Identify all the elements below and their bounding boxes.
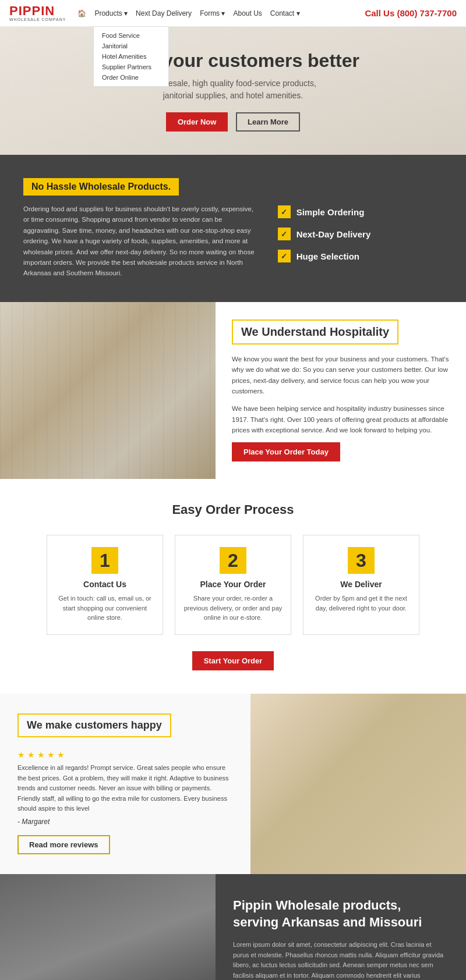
dropdown-hotel-amenities[interactable]: Hotel Amenities bbox=[94, 51, 168, 62]
logo[interactable]: PIPPIN WHOLESALE COMPANY bbox=[9, 5, 66, 22]
check-label-3: Huge Selection bbox=[296, 251, 359, 261]
team-content: Pippin Wholesale products, serving Arkan… bbox=[216, 874, 466, 980]
check-label-1: Simple Ordering bbox=[296, 207, 365, 217]
stars: ★ ★ ★ ★ ★ bbox=[17, 747, 233, 763]
steps-container: 1 Contact Us Get in touch: call us, emai… bbox=[17, 535, 449, 635]
nav-forms[interactable]: Forms ▾ bbox=[200, 9, 225, 17]
dropdown-janitorial[interactable]: Janitorial bbox=[94, 41, 168, 51]
nav-phone[interactable]: Call Us (800) 737-7700 bbox=[365, 8, 457, 18]
nav-contact[interactable]: Contact ▾ bbox=[270, 9, 300, 17]
hero-section: Serve your customers better Wholesale, h… bbox=[0, 27, 466, 155]
nav-next-day[interactable]: Next Day Delivery bbox=[136, 9, 192, 17]
hospitality-title: We Understand Hospitality bbox=[232, 319, 398, 345]
step-1: 1 Contact Us Get in touch: call us, emai… bbox=[47, 535, 163, 635]
step-3-num: 3 bbox=[348, 547, 375, 574]
order-now-button[interactable]: Order Now bbox=[166, 112, 228, 132]
dropdown-supplier-partners[interactable]: Supplier Partners bbox=[94, 62, 168, 72]
dark-right: ✓ Simple Ordering ✓ Next-Day Delivery ✓ … bbox=[278, 178, 443, 279]
order-process-title: Easy Order Process bbox=[17, 502, 449, 517]
hospitality-content: We Understand Hospitality We know you wa… bbox=[216, 302, 466, 480]
hospitality-p2: We have been helping service and hospita… bbox=[232, 403, 450, 435]
team-section: Pippin Wholesale products, serving Arkan… bbox=[0, 874, 466, 980]
nav-links: 🏠 Products ▾ Next Day Delivery Forms ▾ A… bbox=[77, 9, 299, 17]
start-order-button[interactable]: Start Your Order bbox=[192, 651, 274, 670]
logo-main: PIPPIN bbox=[9, 5, 66, 17]
dark-body: Ordering food and supplies for business … bbox=[23, 204, 255, 279]
read-reviews-button[interactable]: Read more reviews bbox=[17, 835, 110, 854]
check-next-day: ✓ Next-Day Delivery bbox=[278, 228, 443, 240]
step-2-desc: Share your order, re-order a previous de… bbox=[183, 594, 283, 623]
step-1-heading: Contact Us bbox=[55, 580, 154, 589]
hospitality-image bbox=[0, 302, 216, 480]
happy-image bbox=[250, 694, 466, 874]
dark-title: No Hassle Wholesale Products. bbox=[23, 178, 179, 196]
step-1-desc: Get in touch: call us, email us, or star… bbox=[55, 594, 154, 623]
check-icon-1: ✓ bbox=[278, 205, 291, 218]
hospitality-section: We Understand Hospitality We know you wa… bbox=[0, 302, 466, 480]
step-2-heading: Place Your Order bbox=[183, 580, 283, 589]
happy-quote: Excellence in all regards! Prompt servic… bbox=[17, 763, 233, 814]
nav-home[interactable]: 🏠 bbox=[77, 9, 86, 17]
dark-left: No Hassle Wholesale Products. Ordering f… bbox=[23, 178, 255, 279]
check-huge-selection: ✓ Huge Selection bbox=[278, 250, 443, 262]
team-body: Lorem ipsum dolor sit amet, consectetur … bbox=[233, 940, 449, 980]
team-image bbox=[0, 874, 216, 980]
check-icon-2: ✓ bbox=[278, 228, 291, 240]
step-3-desc: Order by 5pm and get it the next day, de… bbox=[312, 594, 411, 613]
navigation: PIPPIN WHOLESALE COMPANY 🏠 Products ▾ Ne… bbox=[0, 0, 466, 27]
nav-products[interactable]: Products ▾ bbox=[94, 9, 128, 17]
happy-author: - Margaret bbox=[17, 818, 233, 826]
dropdown-food-service[interactable]: Food Service bbox=[94, 30, 168, 41]
place-order-button[interactable]: Place Your Order Today bbox=[232, 442, 340, 461]
order-process-section: Easy Order Process 1 Contact Us Get in t… bbox=[0, 479, 466, 694]
logo-sub: WHOLESALE COMPANY bbox=[9, 17, 66, 22]
check-icon-3: ✓ bbox=[278, 250, 291, 262]
check-simple-ordering: ✓ Simple Ordering bbox=[278, 205, 443, 218]
step-2: 2 Place Your Order Share your order, re-… bbox=[175, 535, 291, 635]
dark-section: No Hassle Wholesale Products. Ordering f… bbox=[0, 155, 466, 302]
products-dropdown: Food Service Janitorial Hotel Amenities … bbox=[93, 26, 169, 87]
step-2-num: 2 bbox=[220, 547, 246, 574]
step-1-num: 1 bbox=[91, 547, 118, 574]
dropdown-order-online[interactable]: Order Online bbox=[94, 72, 168, 83]
hospitality-p1: We know you want the best for your busin… bbox=[232, 354, 450, 397]
hero-learn-more-button[interactable]: Learn More bbox=[236, 112, 300, 132]
happy-section: We make customers happy ★ ★ ★ ★ ★ Excell… bbox=[0, 694, 466, 874]
check-label-2: Next-Day Delivery bbox=[296, 229, 371, 239]
step-3: 3 We Deliver Order by 5pm and get it the… bbox=[303, 535, 419, 635]
happy-title: We make customers happy bbox=[17, 713, 171, 737]
team-title: Pippin Wholesale products, serving Arkan… bbox=[233, 897, 449, 931]
happy-left: We make customers happy ★ ★ ★ ★ ★ Excell… bbox=[0, 694, 250, 874]
step-3-heading: We Deliver bbox=[312, 580, 411, 589]
nav-about[interactable]: About Us bbox=[233, 9, 262, 17]
